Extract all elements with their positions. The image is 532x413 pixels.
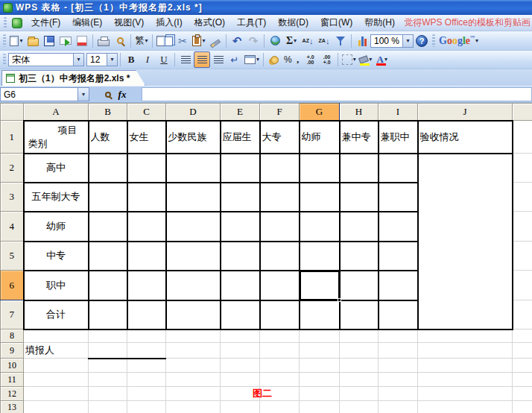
cell[interactable] xyxy=(166,212,221,242)
cell[interactable] xyxy=(513,387,532,401)
cell[interactable] xyxy=(89,330,127,343)
toolbar-handle[interactable] xyxy=(3,54,6,66)
help-button[interactable]: ? xyxy=(414,33,430,49)
cell[interactable] xyxy=(127,271,166,300)
wrap-text-button[interactable]: ↵ xyxy=(227,51,243,68)
cell[interactable] xyxy=(89,401,127,413)
cell[interactable] xyxy=(300,212,340,242)
cell[interactable] xyxy=(418,330,513,343)
cut-button[interactable]: ✂ xyxy=(174,33,191,49)
cell[interactable] xyxy=(379,387,418,401)
chevron-down-icon[interactable]: ▾ xyxy=(107,54,117,66)
borders-button[interactable]: ▾ xyxy=(341,51,358,68)
cell[interactable] xyxy=(418,387,513,401)
column-header-A[interactable]: A xyxy=(24,104,89,121)
cell[interactable] xyxy=(418,401,513,413)
cell[interactable] xyxy=(340,387,379,401)
cell[interactable] xyxy=(89,154,127,183)
column-header-H[interactable]: H xyxy=(340,104,379,121)
select-all-corner[interactable] xyxy=(1,104,24,121)
cell[interactable] xyxy=(340,401,379,413)
menu-tools[interactable]: 工具(T) xyxy=(231,15,272,31)
save-button[interactable] xyxy=(41,33,57,49)
cell[interactable] xyxy=(379,330,418,343)
cell[interactable] xyxy=(513,271,532,300)
column-header-stub[interactable] xyxy=(513,104,532,121)
cell[interactable] xyxy=(379,373,418,387)
cell-A7[interactable]: 合计 xyxy=(24,300,89,330)
cell[interactable] xyxy=(418,359,513,373)
column-header-F[interactable]: F xyxy=(260,104,300,121)
paste-button[interactable]: ▾ xyxy=(191,33,207,49)
cell[interactable] xyxy=(300,373,340,387)
cell-G1[interactable]: 幼师 xyxy=(300,121,340,154)
cell-B9-underlined[interactable] xyxy=(89,343,127,359)
cell[interactable] xyxy=(340,330,379,343)
cell[interactable] xyxy=(379,242,418,271)
cell[interactable] xyxy=(379,343,418,359)
fill-handle[interactable] xyxy=(338,298,341,302)
cell-E1[interactable]: 应届生 xyxy=(221,121,260,154)
copy-button[interactable] xyxy=(155,33,174,49)
cell[interactable] xyxy=(166,401,221,413)
toolbar-handle[interactable] xyxy=(4,17,7,28)
cell-A1-diagonal[interactable]: 项目 类别 xyxy=(24,121,89,154)
cell[interactable] xyxy=(166,300,221,330)
menu-view[interactable]: 视图(V) xyxy=(108,15,150,31)
cell[interactable] xyxy=(221,300,260,330)
cell[interactable] xyxy=(300,183,340,212)
cell[interactable] xyxy=(379,212,418,242)
hyperlink-button[interactable] xyxy=(267,33,283,49)
cell[interactable] xyxy=(260,271,300,300)
row-header-12[interactable]: 12 xyxy=(1,387,24,401)
cell[interactable] xyxy=(260,373,300,387)
cell[interactable] xyxy=(340,300,379,330)
cell[interactable] xyxy=(300,401,340,413)
redo-button[interactable]: ↷ xyxy=(245,33,262,49)
cell-J1[interactable]: 验收情况 xyxy=(418,121,513,154)
open-button[interactable] xyxy=(25,33,41,49)
menu-window[interactable]: 窗口(W) xyxy=(314,15,358,31)
cell[interactable] xyxy=(513,373,532,387)
cell[interactable] xyxy=(127,183,166,212)
cell[interactable] xyxy=(221,330,260,343)
cell[interactable] xyxy=(260,343,300,359)
cell[interactable] xyxy=(24,359,89,373)
cell[interactable] xyxy=(221,183,260,212)
merge-center-button[interactable]: ▾ xyxy=(243,51,261,68)
cell[interactable] xyxy=(221,359,260,373)
cell[interactable] xyxy=(221,271,260,300)
cell[interactable] xyxy=(166,271,221,300)
cell[interactable] xyxy=(221,343,260,359)
cell[interactable] xyxy=(379,359,418,373)
menu-insert[interactable]: 插入(I) xyxy=(150,15,188,31)
cell[interactable] xyxy=(166,343,221,359)
search-icon[interactable] xyxy=(105,92,111,98)
row-header-6-selected[interactable]: 6 xyxy=(1,271,24,300)
cell[interactable] xyxy=(127,212,166,242)
currency-button[interactable] xyxy=(266,51,282,68)
cell[interactable] xyxy=(513,154,532,183)
cell[interactable] xyxy=(166,242,221,271)
decrease-decimal-button[interactable]: .00+.0 xyxy=(319,51,335,68)
formula-input[interactable] xyxy=(142,87,532,101)
column-header-J[interactable]: J xyxy=(418,104,513,121)
cell[interactable] xyxy=(127,330,166,343)
row-header-8[interactable]: 8 xyxy=(1,330,24,343)
cell[interactable] xyxy=(260,212,300,242)
insert-function-button[interactable]: fx xyxy=(118,89,127,101)
cell-A2[interactable]: 高中 xyxy=(24,154,89,183)
cell[interactable] xyxy=(260,300,300,330)
cell[interactable] xyxy=(260,183,300,212)
cell[interactable] xyxy=(513,359,532,373)
cell-C9-underlined[interactable] xyxy=(127,343,166,359)
cell-A3[interactable]: 五年制大专 xyxy=(24,183,89,212)
row-header-3[interactable]: 3 xyxy=(1,183,24,212)
cell[interactable] xyxy=(340,242,379,271)
cell[interactable] xyxy=(300,300,340,330)
cell-E12-figure-label[interactable]: 图二 xyxy=(221,387,260,401)
font-name-combobox[interactable]: 宋体▾ xyxy=(8,53,84,66)
cell[interactable] xyxy=(221,154,260,183)
menu-help[interactable]: 帮助(H) xyxy=(358,15,401,31)
undo-button[interactable]: ↶ xyxy=(229,33,245,49)
